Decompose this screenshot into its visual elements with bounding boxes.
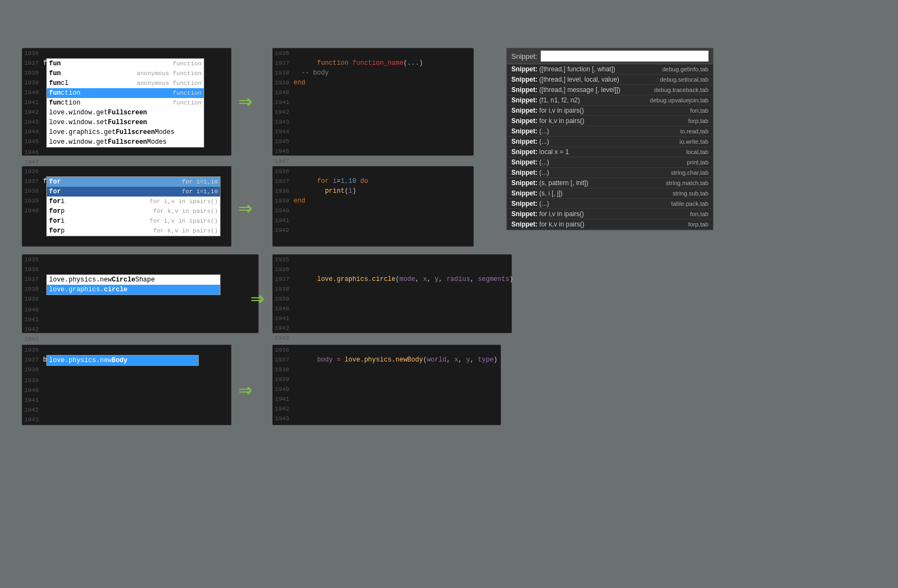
body-after-panel: 1936 1937 body = love.physics.newBody(wo… [272,345,501,425]
snippet-row-11[interactable]: Snippet: (...) string.char,tab [507,168,713,178]
circ-before-panel: 1935 1936 1937 love.graphics.circ 1938 1… [22,254,259,333]
snippet-row-10[interactable]: Snippet: (...) print,tab [507,157,713,168]
ac-item-fun2[interactable]: fun anonymous function [47,69,204,78]
snippet-row-8[interactable]: Snippet: (...) io.write,tab [507,137,713,147]
snippet-row-6[interactable]: Snippet: for k,v in pairs() forp,tab [507,116,713,126]
fun-autocomplete[interactable]: fun function fun anonymous function func… [46,58,204,148]
ac-item-for1[interactable]: for for i=1,10 [47,177,220,187]
snippet-row-4[interactable]: Snippet: (f1, n1, f2, n2) debug.upvaluej… [507,95,713,106]
body-autocomplete[interactable]: love.physics.newBody [46,355,199,366]
ac-item-funcl[interactable]: funcl anonymous function [47,78,204,88]
snippet-row-15[interactable]: Snippet: for i,v in ipairs() fori,tab [507,209,713,219]
snippet-header: Snippet: [507,48,713,64]
arrow-circ: ⇒ [251,284,264,313]
arrow-for: ⇒ [239,194,252,222]
fun-after-panel: 1936 1937 function function_name(...) 19… [272,48,474,156]
ac-item-getfullscreenmodes2[interactable]: love.window.getFullscreenModes [47,137,204,147]
snippet-row-5[interactable]: Snippet: for i,v in ipairs() fori,tab [507,106,713,116]
ac-item-newbody[interactable]: love.physics.newBody [47,356,198,365]
ac-item-fori2[interactable]: fori for i,v in ipairs() [47,216,220,226]
ac-item-function-selected[interactable]: function function [47,88,204,98]
snippet-title: Snippet: [511,52,537,60]
circ-after-panel: 1935 1936 1937 love.graphics.circle(mode… [272,254,512,333]
snippet-row-14[interactable]: Snippet: (...) table.pack,tab [507,199,713,209]
snippet-row-12[interactable]: Snippet: (s, pattern [, init]) string.ma… [507,178,713,188]
ac-item-forp1[interactable]: forp for k,v in pairs() [47,206,220,216]
snippet-row-7[interactable]: Snippet: (...) io.read,tab [507,126,713,137]
circ-autocomplete[interactable]: love.physics.newCircleShape love.graphic… [46,274,221,295]
fun-before-panel: 1936 1937fun 1938 1939 1940 1941 1942 19… [22,48,231,156]
ac-item-fun1[interactable]: fun function [47,59,204,69]
for-autocomplete[interactable]: for for i=1,10 for for i=1,10 fori for i… [46,176,221,236]
ac-item-newcircleshape[interactable]: love.physics.newCircleShape [47,275,220,285]
ac-item-circle[interactable]: love.graphics.circle [47,285,220,295]
ac-item-getfullscreenmodes1[interactable]: love.graphics.getFullscreenModes [47,127,204,137]
snippet-row-9[interactable]: Snippet: local x = 1 local,tab [507,147,713,157]
snippet-row-13[interactable]: Snippet: (s, i [, j]) string.sub,tab [507,188,713,199]
snippet-row-16[interactable]: Snippet: for k,v in pairs() forp,tab [507,219,713,230]
snippet-row-2[interactable]: Snippet: ([thread,] level, local, value)… [507,75,713,85]
body-before-panel: 1936 1937body 1938 love.physics.newBody … [22,345,231,425]
arrow-body: ⇒ [239,376,252,404]
arrow-fun: ⇒ [239,91,252,114]
ac-item-for2[interactable]: for for i=1,10 [47,187,220,197]
ac-item-forp2[interactable]: forp for k,v in pairs() [47,226,220,236]
snippet-row-3[interactable]: Snippet: ([thread,] message [, level]]) … [507,85,713,95]
for-before-panel: 1936 1937for 1938 1939 1940 for for i=1,… [22,166,231,247]
ac-item-function2[interactable]: function function [47,98,204,108]
ac-item-setfullscreen[interactable]: love.window.setFullscreen [47,118,204,127]
ac-item-getfullscreen1[interactable]: love.window.getFullscreen [47,108,204,118]
snippet-search-input[interactable] [541,51,708,62]
snippet-panel: Snippet: Snippet: ([thread,] function [,… [506,48,713,230]
for-after-panel: 1936 1937 for i=1,10 do 1938 print(i) 19… [272,166,474,247]
ac-item-fori1[interactable]: fori for i,v in ipairs() [47,197,220,206]
snippet-row-1[interactable]: Snippet: ([thread,] function [, what]) d… [507,64,713,75]
